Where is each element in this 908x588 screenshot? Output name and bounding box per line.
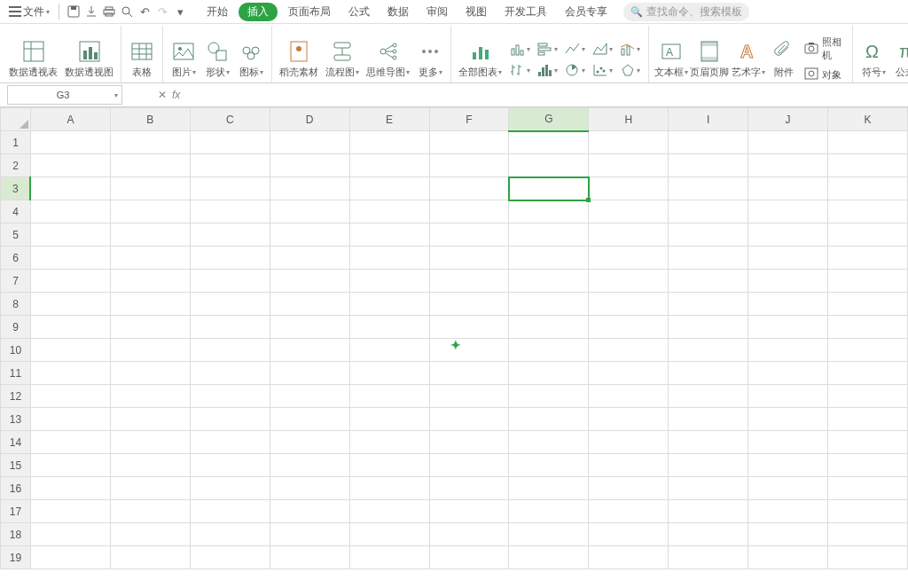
cell[interactable]: [190, 293, 270, 316]
cell[interactable]: [429, 316, 509, 339]
cell[interactable]: [110, 177, 190, 200]
textbox-button[interactable]: A 文本框▾: [653, 37, 689, 82]
cell[interactable]: [669, 316, 748, 339]
cell[interactable]: [349, 154, 429, 177]
tab-page-layout[interactable]: 页面布局: [281, 3, 338, 21]
cell[interactable]: [589, 546, 669, 569]
tab-formulas[interactable]: 公式: [341, 3, 377, 21]
cell[interactable]: [589, 454, 669, 477]
fx-icon[interactable]: fx: [172, 89, 180, 101]
cell[interactable]: [30, 500, 110, 523]
cell[interactable]: [270, 247, 349, 270]
cell[interactable]: [190, 339, 270, 362]
cell[interactable]: [509, 385, 589, 408]
cell[interactable]: [748, 500, 828, 523]
cell[interactable]: [190, 270, 270, 293]
cell[interactable]: [669, 431, 748, 454]
cell[interactable]: [828, 339, 908, 362]
cell[interactable]: [669, 362, 748, 385]
cell[interactable]: [30, 477, 110, 500]
cell[interactable]: [429, 546, 509, 569]
cell[interactable]: [669, 131, 748, 154]
cell[interactable]: [669, 385, 748, 408]
cell[interactable]: [429, 270, 509, 293]
cell[interactable]: [828, 177, 908, 200]
tab-view[interactable]: 视图: [458, 3, 494, 21]
row-header[interactable]: 8: [1, 293, 31, 316]
column-header[interactable]: H: [589, 108, 669, 131]
cell[interactable]: [748, 523, 828, 546]
cell[interactable]: [828, 385, 908, 408]
cell[interactable]: [349, 523, 429, 546]
pivot-chart-button[interactable]: 数据透视图: [61, 37, 117, 82]
cell[interactable]: [190, 247, 270, 270]
cell[interactable]: [349, 223, 429, 247]
cell[interactable]: [669, 339, 748, 362]
save-icon[interactable]: [67, 4, 81, 19]
column-header[interactable]: F: [429, 108, 509, 131]
cell[interactable]: [349, 408, 429, 431]
cell[interactable]: [748, 385, 828, 408]
cell[interactable]: [429, 408, 509, 431]
cell[interactable]: [30, 362, 110, 385]
cell[interactable]: [110, 477, 190, 500]
cell[interactable]: [30, 316, 110, 339]
file-menu[interactable]: 文件 ▾: [5, 3, 53, 21]
cell[interactable]: [748, 477, 828, 500]
cell[interactable]: [509, 154, 589, 177]
cell[interactable]: [429, 247, 509, 270]
column-header[interactable]: D: [270, 108, 349, 131]
cell[interactable]: [349, 316, 429, 339]
cell[interactable]: [190, 546, 270, 569]
cell[interactable]: [429, 200, 509, 223]
row-header[interactable]: 2: [1, 154, 31, 177]
cell[interactable]: [270, 523, 349, 546]
cell[interactable]: [509, 408, 589, 431]
cell[interactable]: [748, 131, 828, 154]
cell[interactable]: [190, 131, 270, 154]
cell[interactable]: [589, 500, 669, 523]
tab-data[interactable]: 数据: [380, 3, 416, 21]
cell[interactable]: [110, 385, 190, 408]
cell[interactable]: [828, 200, 908, 223]
combo-chart-icon[interactable]: ▾: [617, 40, 643, 58]
cell[interactable]: [270, 546, 349, 569]
column-header[interactable]: E: [349, 108, 429, 131]
cell[interactable]: [30, 177, 110, 200]
cell[interactable]: [270, 200, 349, 223]
cell[interactable]: [509, 546, 589, 569]
cell[interactable]: [828, 223, 908, 247]
row-header[interactable]: 13: [1, 408, 31, 431]
cell[interactable]: [748, 154, 828, 177]
cell[interactable]: [828, 154, 908, 177]
cell[interactable]: [509, 362, 589, 385]
cell[interactable]: [110, 408, 190, 431]
name-box[interactable]: G3 ▾: [7, 85, 122, 105]
cell[interactable]: [748, 200, 828, 223]
cell[interactable]: [190, 177, 270, 200]
pivot-table-button[interactable]: 数据透视表: [5, 37, 61, 82]
cell[interactable]: [589, 385, 669, 408]
cell[interactable]: [270, 362, 349, 385]
undo-icon[interactable]: ↶: [137, 4, 152, 19]
cell[interactable]: [509, 177, 589, 200]
cell[interactable]: [30, 247, 110, 270]
tab-insert[interactable]: 插入: [239, 3, 278, 21]
row-header[interactable]: 16: [1, 477, 31, 500]
cell[interactable]: [349, 200, 429, 223]
cell[interactable]: [429, 523, 509, 546]
cell[interactable]: [669, 454, 748, 477]
cell[interactable]: [589, 177, 669, 200]
cell[interactable]: [110, 546, 190, 569]
cell[interactable]: [190, 477, 270, 500]
cell[interactable]: [748, 270, 828, 293]
cell[interactable]: [270, 477, 349, 500]
cell[interactable]: [349, 177, 429, 200]
cell[interactable]: [669, 177, 748, 200]
cancel-icon[interactable]: ✕: [158, 89, 167, 101]
cell[interactable]: [828, 293, 908, 316]
cell[interactable]: [270, 316, 349, 339]
row-header[interactable]: 3: [1, 177, 31, 200]
area-chart-icon[interactable]: ▾: [590, 40, 615, 58]
cell[interactable]: [669, 293, 748, 316]
